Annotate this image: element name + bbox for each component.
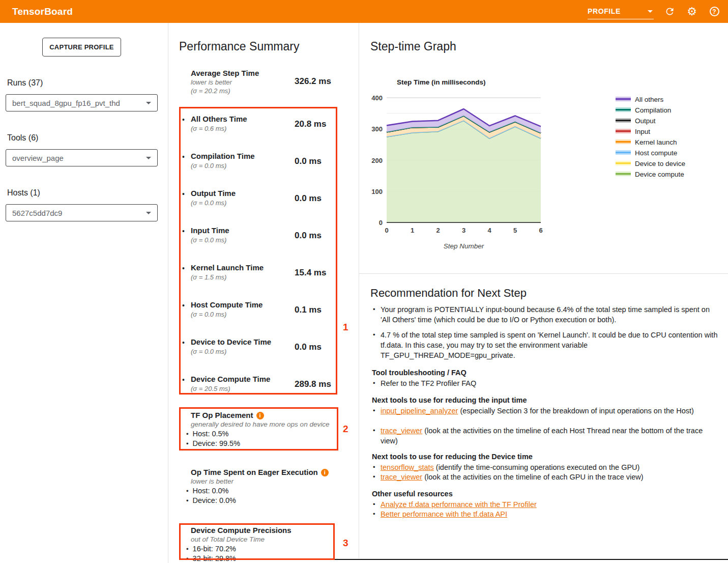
item-text: Refer to the TF2 Profiler FAQ: [381, 379, 476, 387]
svg-text:Step Number: Step Number: [444, 242, 484, 250]
svg-text:Kernel launch: Kernel launch: [635, 138, 677, 146]
section-heading: Next tools to use for reducing the input…: [372, 396, 527, 404]
metric-row: • Device Compute Time (σ = 20.5 ms) 289.…: [179, 375, 337, 400]
bullet: •: [182, 190, 185, 198]
block-note: generally desired to have more ops on de…: [179, 420, 337, 429]
analyze-tfdata-link[interactable]: Analyze tf.data performance with the TF …: [381, 500, 537, 509]
metric-sigma: (σ = 0.0 ms): [191, 199, 226, 207]
step-time-graph-title: Step-time Graph: [370, 40, 456, 53]
runs-select-value: bert_squad_8gpu_fp16_pvt_thd: [12, 99, 120, 107]
bullet: •: [182, 376, 185, 384]
metric-label: Compilation Time: [191, 152, 255, 160]
dashboard-selector[interactable]: PROFILE: [588, 4, 654, 19]
svg-text:300: 300: [371, 125, 383, 133]
eager-execution-block: Op Time Spent on Eager Executioni lower …: [179, 467, 352, 505]
sidebar-divider: [168, 23, 168, 563]
info-icon[interactable]: i: [321, 469, 329, 476]
chevron-down-icon: [146, 102, 151, 104]
section-item: Refer to the TF2 Profiler FAQ: [372, 378, 719, 388]
section-item: Analyze tf.data performance with the TF …: [372, 499, 719, 510]
metric-row: • Input Time (σ = 0.0 ms) 0.0 ms: [179, 226, 337, 251]
metric-value: 0.0 ms: [295, 156, 322, 166]
metric-sigma: (σ = 20.2 ms): [191, 87, 293, 95]
tools-select-value: overview_page: [12, 154, 64, 162]
step-time-chart-svg: Step Time (in milliseconds)0100200300400…: [366, 76, 728, 255]
bullet: •: [182, 153, 185, 161]
help-button[interactable]: ?: [708, 5, 721, 18]
input-pipeline-analyzer-link[interactable]: input_pipeline_analyzer: [381, 407, 458, 415]
recommendation-bullet: Your program is POTENTIALLY input-bound …: [372, 304, 719, 325]
metric-value: 0.1 ms: [295, 305, 322, 315]
metric-label: Kernel Launch Time: [191, 263, 264, 272]
svg-text:Device to device: Device to device: [635, 160, 685, 167]
runs-select[interactable]: bert_squad_8gpu_fp16_pvt_thd: [6, 94, 158, 111]
app-title: TensorBoard: [12, 6, 73, 17]
block-title: Device Compute Precisions: [179, 525, 337, 535]
metric-value: 20.8 ms: [295, 119, 326, 129]
svg-text:2: 2: [436, 227, 440, 234]
list-item: 32-bit: 29.8%: [179, 554, 337, 563]
svg-text:5: 5: [513, 227, 517, 234]
svg-text:6: 6: [539, 227, 542, 234]
annotation-number-1: 1: [343, 322, 348, 333]
svg-text:100: 100: [371, 188, 383, 195]
bullet: •: [182, 264, 185, 272]
chevron-down-icon: [146, 157, 151, 159]
svg-text:All others: All others: [635, 96, 664, 103]
tensorboard-profile-page: TensorBoard PROFILE ⚙ ? CAPTURE PROFILE …: [0, 0, 728, 563]
metric-label: Output Time: [191, 189, 236, 198]
recommendation-title: Recommendation for Next Step: [370, 287, 527, 300]
dashboard-selector-value: PROFILE: [588, 7, 621, 15]
settings-button[interactable]: ⚙: [685, 5, 698, 18]
trace-viewer-link[interactable]: trace_viewer: [381, 427, 422, 435]
hosts-select[interactable]: 5627c5dd7dc9: [6, 204, 158, 221]
info-icon[interactable]: i: [256, 412, 264, 419]
gear-icon: ⚙: [687, 6, 697, 17]
metric-label: Device Compute Time: [191, 375, 270, 383]
better-performance-tfdata-link[interactable]: Better performance with the tf.data API: [381, 510, 507, 518]
metric-label: Device to Device Time: [191, 337, 271, 346]
metric-sigma: (σ = 0.0 ms): [191, 348, 226, 355]
metric-row: • Compilation Time (σ = 0.0 ms) 0.0 ms: [179, 152, 337, 177]
svg-text:Host compute: Host compute: [635, 149, 677, 157]
list-item: Device: 99.5%: [179, 439, 337, 448]
svg-text:0: 0: [379, 219, 383, 227]
metric-value: 0.0 ms: [295, 342, 322, 352]
svg-text:Step Time (in milliseconds): Step Time (in milliseconds): [397, 78, 486, 86]
reload-button[interactable]: [663, 5, 676, 18]
svg-text:Input: Input: [635, 128, 650, 135]
tensorflow-stats-link[interactable]: tensorflow_stats: [381, 463, 434, 471]
metric-label: Host Compute Time: [191, 300, 263, 309]
capture-profile-button[interactable]: CAPTURE PROFILE: [42, 38, 121, 57]
list-item: Host: 0.5%: [179, 429, 337, 439]
section-heading: Next tools to use for reducing the Devic…: [372, 453, 533, 461]
block-title: Op Time Spent on Eager Executioni: [179, 467, 352, 477]
tools-select[interactable]: overview_page: [6, 149, 158, 166]
average-step-time-value: 326.2 ms: [295, 76, 331, 87]
precisions-block: Device Compute Precisions out of Total D…: [179, 525, 337, 563]
metric-sigma: (σ = 1.5 ms): [191, 273, 226, 281]
metric-label: All Others Time: [191, 115, 247, 123]
svg-text:400: 400: [371, 94, 383, 102]
section-item: trace_viewer (look at the activities on …: [372, 472, 719, 482]
section-item: trace_viewer (look at the activities on …: [372, 426, 719, 446]
metric-sigma: (σ = 0.6 ms): [191, 125, 226, 132]
help-icon: ?: [710, 7, 719, 16]
list-item: Host: 0.0%: [179, 486, 352, 496]
step-time-chart: Step Time (in milliseconds)0100200300400…: [366, 76, 728, 255]
list-item: 16-bit: 70.2%: [179, 544, 337, 554]
app-header: TensorBoard PROFILE ⚙ ?: [0, 0, 728, 23]
chevron-down-icon: [146, 212, 151, 214]
performance-summary-title: Performance Summary: [179, 40, 299, 53]
recommendation-bullet: 4.7 % of the total step time sampled is …: [372, 330, 719, 360]
bullet: •: [182, 301, 185, 309]
svg-text:Compilation: Compilation: [635, 106, 671, 114]
chevron-down-icon: [648, 10, 653, 13]
svg-text:Output: Output: [635, 117, 656, 125]
metric-sigma: (σ = 0.0 ms): [191, 311, 226, 318]
trace-viewer-link[interactable]: trace_viewer: [381, 473, 422, 481]
section-heading: Tool troubleshooting / FAQ: [372, 369, 467, 377]
block-note: out of Total Device Time: [179, 535, 337, 544]
metric-label: Average Step Time: [191, 69, 293, 78]
svg-text:0: 0: [385, 227, 388, 234]
